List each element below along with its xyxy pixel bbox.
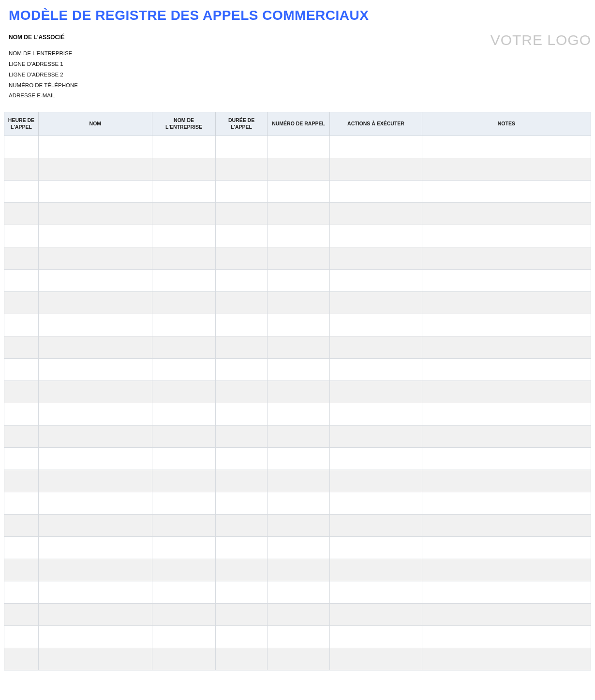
table-cell[interactable]	[152, 225, 216, 247]
table-cell[interactable]	[152, 269, 216, 291]
table-cell[interactable]	[38, 358, 152, 380]
table-cell[interactable]	[422, 603, 591, 625]
table-cell[interactable]	[216, 536, 267, 559]
table-cell[interactable]	[4, 291, 39, 314]
table-cell[interactable]	[216, 581, 267, 603]
table-cell[interactable]	[330, 180, 422, 202]
table-cell[interactable]	[422, 559, 591, 581]
table-cell[interactable]	[152, 158, 216, 180]
table-cell[interactable]	[152, 380, 216, 403]
table-cell[interactable]	[4, 225, 39, 247]
table-cell[interactable]	[152, 358, 216, 380]
table-cell[interactable]	[4, 380, 39, 403]
table-cell[interactable]	[152, 202, 216, 225]
table-cell[interactable]	[152, 536, 216, 559]
table-cell[interactable]	[422, 336, 591, 358]
table-cell[interactable]	[216, 314, 267, 336]
table-cell[interactable]	[422, 492, 591, 514]
table-cell[interactable]	[267, 470, 330, 492]
table-cell[interactable]	[216, 336, 267, 358]
table-cell[interactable]	[267, 336, 330, 358]
table-cell[interactable]	[38, 514, 152, 536]
table-cell[interactable]	[216, 492, 267, 514]
table-cell[interactable]	[267, 247, 330, 269]
table-cell[interactable]	[422, 447, 591, 470]
table-cell[interactable]	[267, 136, 330, 158]
table-cell[interactable]	[422, 403, 591, 425]
table-cell[interactable]	[152, 425, 216, 447]
table-cell[interactable]	[267, 447, 330, 470]
table-cell[interactable]	[330, 536, 422, 559]
table-cell[interactable]	[267, 514, 330, 536]
table-cell[interactable]	[216, 648, 267, 670]
table-cell[interactable]	[38, 603, 152, 625]
table-cell[interactable]	[4, 603, 39, 625]
table-cell[interactable]	[330, 336, 422, 358]
table-cell[interactable]	[4, 447, 39, 470]
table-cell[interactable]	[330, 559, 422, 581]
table-cell[interactable]	[330, 514, 422, 536]
table-cell[interactable]	[422, 269, 591, 291]
table-cell[interactable]	[38, 380, 152, 403]
table-cell[interactable]	[4, 581, 39, 603]
table-cell[interactable]	[216, 514, 267, 536]
table-cell[interactable]	[216, 603, 267, 625]
table-cell[interactable]	[330, 247, 422, 269]
table-cell[interactable]	[330, 470, 422, 492]
table-cell[interactable]	[330, 158, 422, 180]
table-cell[interactable]	[38, 202, 152, 225]
table-cell[interactable]	[267, 581, 330, 603]
table-cell[interactable]	[267, 625, 330, 648]
table-cell[interactable]	[330, 202, 422, 225]
table-cell[interactable]	[4, 625, 39, 648]
table-cell[interactable]	[267, 492, 330, 514]
table-cell[interactable]	[330, 581, 422, 603]
table-cell[interactable]	[330, 380, 422, 403]
table-cell[interactable]	[38, 581, 152, 603]
table-cell[interactable]	[267, 536, 330, 559]
table-cell[interactable]	[152, 470, 216, 492]
table-cell[interactable]	[267, 314, 330, 336]
table-cell[interactable]	[267, 403, 330, 425]
table-cell[interactable]	[4, 470, 39, 492]
table-cell[interactable]	[216, 158, 267, 180]
table-cell[interactable]	[4, 648, 39, 670]
table-cell[interactable]	[267, 603, 330, 625]
table-cell[interactable]	[152, 559, 216, 581]
table-cell[interactable]	[4, 358, 39, 380]
table-cell[interactable]	[38, 269, 152, 291]
table-cell[interactable]	[422, 180, 591, 202]
table-cell[interactable]	[38, 291, 152, 314]
table-cell[interactable]	[422, 536, 591, 559]
table-cell[interactable]	[267, 358, 330, 380]
table-cell[interactable]	[422, 514, 591, 536]
table-cell[interactable]	[330, 648, 422, 670]
table-cell[interactable]	[330, 358, 422, 380]
table-cell[interactable]	[330, 225, 422, 247]
table-cell[interactable]	[38, 425, 152, 447]
table-cell[interactable]	[330, 625, 422, 648]
table-cell[interactable]	[38, 403, 152, 425]
table-cell[interactable]	[152, 514, 216, 536]
table-cell[interactable]	[267, 425, 330, 447]
table-cell[interactable]	[422, 314, 591, 336]
table-cell[interactable]	[4, 336, 39, 358]
table-cell[interactable]	[152, 581, 216, 603]
table-cell[interactable]	[152, 136, 216, 158]
table-cell[interactable]	[38, 180, 152, 202]
table-cell[interactable]	[267, 291, 330, 314]
table-cell[interactable]	[4, 559, 39, 581]
table-cell[interactable]	[422, 225, 591, 247]
table-cell[interactable]	[152, 648, 216, 670]
table-cell[interactable]	[422, 581, 591, 603]
table-cell[interactable]	[4, 536, 39, 559]
table-cell[interactable]	[422, 425, 591, 447]
table-cell[interactable]	[152, 492, 216, 514]
table-cell[interactable]	[422, 380, 591, 403]
table-cell[interactable]	[330, 603, 422, 625]
table-cell[interactable]	[267, 380, 330, 403]
table-cell[interactable]	[152, 314, 216, 336]
table-cell[interactable]	[330, 314, 422, 336]
table-cell[interactable]	[422, 470, 591, 492]
table-cell[interactable]	[216, 425, 267, 447]
